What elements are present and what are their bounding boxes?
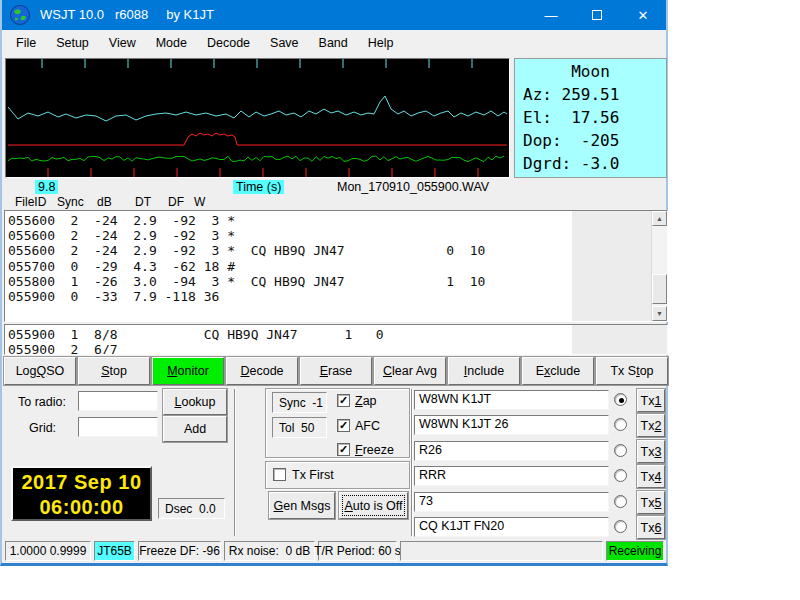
average-text: 055900 1 8/8 CQ HB9Q JN47 1 0 055900 2 6… [5, 325, 572, 354]
zap-label: Zap [355, 394, 377, 408]
tx1-button[interactable]: Tx1 [637, 389, 665, 412]
waveform-plot[interactable] [5, 58, 510, 178]
close-icon: ✕ [638, 8, 649, 23]
decode-line: 055900 0 -33 7.9 -118 36 [8, 289, 572, 304]
close-button[interactable]: ✕ [620, 0, 666, 30]
tx2-radio[interactable] [614, 418, 627, 431]
menu-view[interactable]: View [99, 33, 146, 53]
tx2-button[interactable]: Tx2 [637, 414, 665, 437]
col-header-w: W [194, 195, 205, 209]
to-radio-label: To radio: [18, 395, 66, 409]
status-freq-ratio: 1.0000 0.9999 [5, 541, 91, 561]
tx3-message-input[interactable]: R26 [414, 441, 609, 461]
tx4-radio[interactable] [614, 469, 627, 482]
freeze-checkbox[interactable] [337, 443, 350, 456]
scrollbar-thumb[interactable] [652, 274, 667, 304]
tx-stop-button[interactable]: Tx Stop [596, 357, 668, 385]
decode-scrollbar[interactable]: ▲ ▼ [651, 211, 667, 321]
minimize-icon: — [545, 8, 558, 23]
status-bar: 1.0000 0.9999 JT65B Freeze DF: -96 Rx no… [2, 540, 666, 563]
tx3-button[interactable]: Tx3 [637, 440, 665, 463]
moon-elevation: El: 17.56 [515, 106, 666, 129]
include-button[interactable]: Include [448, 357, 520, 385]
menu-mode[interactable]: Mode [146, 33, 197, 53]
grid-input[interactable] [78, 417, 158, 437]
tx5-radio[interactable] [614, 495, 627, 508]
status-receiving-badge: Receiving [606, 541, 664, 561]
wav-filename: Mon_170910_055900.WAV [337, 180, 489, 194]
to-radio-input[interactable] [78, 391, 158, 411]
decode-line: 055600 2 -24 2.9 -92 3 * [8, 213, 572, 228]
stop-button[interactable]: Stop [78, 357, 150, 385]
status-freeze-df: Freeze DF: -96 [138, 541, 221, 561]
grid-label: Grid: [29, 421, 56, 435]
tx1-message-input[interactable]: W8WN K1JT [414, 390, 609, 410]
tx6-radio[interactable] [614, 520, 627, 533]
tol-value[interactable]: Tol 50 [272, 417, 327, 438]
maximize-button[interactable] [574, 0, 620, 30]
col-header-fileid: FileID [15, 195, 46, 209]
decode-button[interactable]: Decode [226, 357, 298, 385]
decode-line: 055800 1 -26 3.0 -94 3 * CQ HB9Q JN47 1 … [8, 274, 572, 289]
tx5-message-input[interactable]: 73 [414, 492, 609, 512]
scroll-up-icon[interactable]: ▲ [652, 211, 667, 226]
decode-line: 055700 0 -29 4.3 -62 18 # [8, 259, 572, 274]
exclude-button[interactable]: Exclude [522, 357, 594, 385]
minimize-button[interactable]: — [528, 0, 574, 30]
menu-band[interactable]: Band [309, 33, 358, 53]
maximize-icon [592, 10, 602, 20]
tx3-radio[interactable] [614, 444, 627, 457]
afc-checkbox[interactable] [337, 419, 350, 432]
tx4-button[interactable]: Tx4 [637, 465, 665, 488]
col-header-db: dB [97, 195, 112, 209]
avg-line: 055900 2 6/7 [8, 342, 572, 354]
x-axis-label: Time (s) [233, 180, 284, 194]
add-button[interactable]: Add [163, 416, 227, 442]
tx4-message-input[interactable]: RRR [414, 466, 609, 486]
tx6-message-input[interactable]: CQ K1JT FN20 [414, 517, 609, 537]
tx6-button[interactable]: Tx6 [637, 516, 665, 539]
menu-bar: File Setup View Mode Decode Save Band He… [2, 30, 666, 56]
status-spacer [400, 541, 603, 561]
average-text-area[interactable]: 055900 1 8/8 CQ HB9Q JN47 1 0 055900 2 6… [4, 324, 668, 355]
menu-setup[interactable]: Setup [46, 33, 99, 53]
x-axis-first-tick-label: 9.8 [35, 180, 58, 194]
decode-text-area[interactable]: 055600 2 -24 2.9 -92 3 * 055600 2 -24 2.… [4, 210, 668, 322]
tx-first-label: Tx First [292, 468, 334, 482]
tx2-message-input[interactable]: W8WN K1JT 26 [414, 415, 609, 435]
menu-decode[interactable]: Decode [197, 33, 260, 53]
separator [234, 389, 236, 536]
moon-azimuth: Az: 259.51 [515, 83, 666, 106]
menu-file[interactable]: File [6, 33, 46, 53]
col-header-sync: Sync [57, 195, 84, 209]
gen-msgs-button[interactable]: Gen Msgs [269, 492, 335, 519]
decode-line: 055600 2 -24 2.9 -92 3 * [8, 228, 572, 243]
lookup-button[interactable]: Lookup [163, 389, 227, 415]
log-qso-button[interactable]: Log QSO [4, 357, 76, 385]
auto-button[interactable]: Auto is Off [339, 492, 408, 519]
sync-value[interactable]: Sync -1 [272, 392, 327, 413]
menu-save[interactable]: Save [260, 33, 309, 53]
monitor-button[interactable]: Monitor [152, 357, 224, 385]
clock-time: 06:00:00 [13, 495, 150, 520]
avg-line: 055900 1 8/8 CQ HB9Q JN47 1 0 [8, 327, 572, 342]
decode-text: 055600 2 -24 2.9 -92 3 * 055600 2 -24 2.… [5, 211, 572, 321]
tx1-radio[interactable] [614, 393, 627, 406]
status-tr-period: T/R Period: 60 s [318, 541, 397, 561]
zap-checkbox[interactable] [337, 394, 350, 407]
scroll-down-icon[interactable]: ▼ [652, 306, 667, 321]
title-bar[interactable]: WSJT 10.0 r6088 by K1JT — ✕ [2, 0, 666, 30]
tx-first-checkbox[interactable] [273, 468, 286, 481]
moon-info-panel: Moon Az: 259.51 El: 17.56 Dop: -205 Dgrd… [514, 58, 667, 178]
menu-help[interactable]: Help [358, 33, 404, 53]
status-rx-noise: Rx noise: 0 dB [224, 541, 315, 561]
col-header-df: DF [168, 195, 184, 209]
wsjt-main-window: WSJT 10.0 r6088 by K1JT — ✕ File Setup V… [0, 0, 668, 566]
dsec-display: Dsec 0.0 [158, 498, 225, 519]
erase-button[interactable]: Erase [300, 357, 372, 385]
tx5-button[interactable]: Tx5 [637, 491, 665, 514]
screen: WSJT 10.0 r6088 by K1JT — ✕ File Setup V… [0, 0, 800, 600]
separator [411, 389, 413, 536]
app-globe-icon [10, 5, 30, 25]
clear-avg-button[interactable]: Clear Avg [374, 357, 446, 385]
